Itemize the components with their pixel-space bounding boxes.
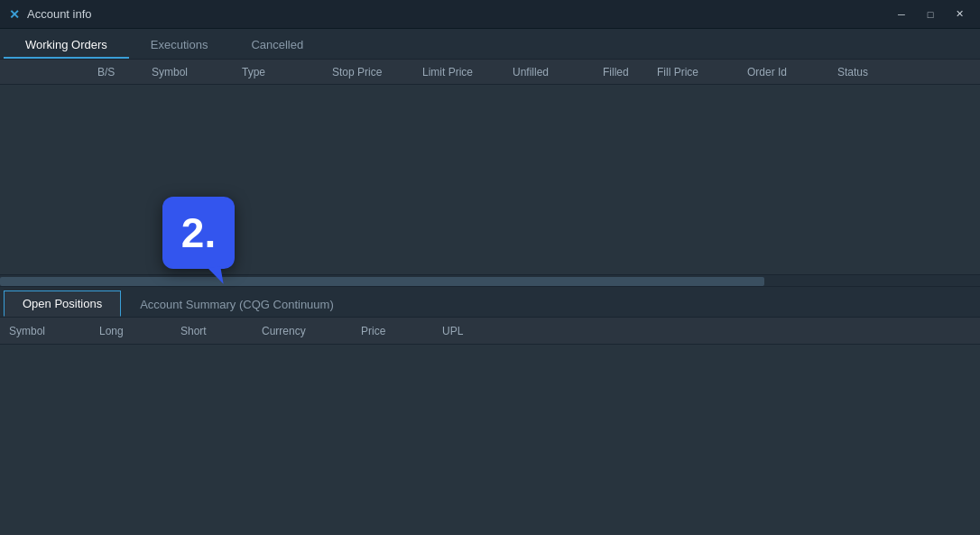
lower-col-short: Short <box>171 325 253 337</box>
col-header-status: Status <box>830 66 938 78</box>
bottom-section: Open Positions Account Summary (CQG Cont… <box>0 287 980 534</box>
col-header-bs: B/S <box>90 66 144 78</box>
maximize-button[interactable]: □ <box>917 5 944 24</box>
col-header-limit-price: Limit Price <box>415 66 505 78</box>
app-icon: ✕ <box>7 7 22 22</box>
upper-scrollbar[interactable] <box>0 274 980 287</box>
tab-executions[interactable]: Executions <box>129 32 230 59</box>
scrollbar-track[interactable] <box>0 277 764 286</box>
tab-account-summary[interactable]: Account Summary (CQG Continuum) <box>121 291 353 317</box>
title-bar: ✕ Account info ─ □ ✕ <box>0 0 980 29</box>
tab-cancelled[interactable]: Cancelled <box>229 32 325 59</box>
step-badge: 2. <box>162 197 235 269</box>
tab-open-positions[interactable]: Open Positions <box>4 291 121 317</box>
lower-col-long: Long <box>90 325 171 337</box>
col-header-order-id: Order Id <box>740 66 830 78</box>
tab-working-orders[interactable]: Working Orders <box>4 32 129 59</box>
window-title: Account info <box>27 7 92 21</box>
col-header-symbol: Symbol <box>144 66 235 78</box>
lower-table-body <box>0 345 980 534</box>
lower-table-header: Symbol Long Short Currency Price UPL <box>0 318 980 345</box>
title-bar-controls: ─ □ ✕ <box>888 5 973 24</box>
upper-table-header: B/S Symbol Type Stop Price Limit Price U… <box>0 60 980 85</box>
col-header-type: Type <box>235 66 325 78</box>
close-button[interactable]: ✕ <box>946 5 973 24</box>
upper-table-body <box>0 85 980 274</box>
lower-col-currency: Currency <box>253 325 352 337</box>
col-header-filled: Filled <box>596 66 650 78</box>
minimize-button[interactable]: ─ <box>888 5 915 24</box>
lower-col-upl: UPL <box>433 325 514 337</box>
top-tab-bar: Working Orders Executions Cancelled <box>0 29 980 60</box>
title-bar-left: ✕ Account info <box>7 7 92 22</box>
lower-col-symbol: Symbol <box>0 325 90 337</box>
bottom-tab-bar: Open Positions Account Summary (CQG Cont… <box>0 287 980 318</box>
lower-col-price: Price <box>352 325 433 337</box>
col-header-unfilled: Unfilled <box>505 66 596 78</box>
col-header-fill-price: Fill Price <box>650 66 740 78</box>
col-header-stop-price: Stop Price <box>325 66 415 78</box>
